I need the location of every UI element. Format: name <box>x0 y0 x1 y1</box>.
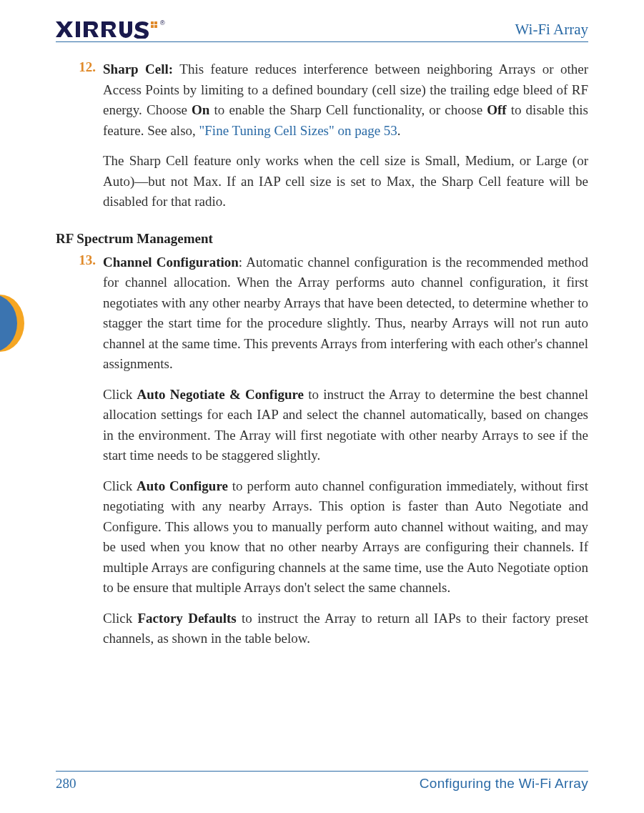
action-auto-negotiate: Auto Negotiate & Configure <box>137 387 304 402</box>
cross-reference-link[interactable]: "Fine Tuning Cell Sizes" on page 53 <box>199 123 397 138</box>
svg-marker-0 <box>56 21 73 37</box>
svg-rect-2 <box>151 21 154 24</box>
page-header: ® Wi-Fi Array <box>56 20 588 42</box>
action-factory-defaults: Factory Defaults <box>138 611 237 626</box>
svg-rect-5 <box>154 25 157 28</box>
item-number: 13. <box>56 252 103 649</box>
xirrus-logo-icon: ® <box>56 20 177 39</box>
text: to perform auto channel configuration im… <box>103 478 588 596</box>
list-item-12: 12. Sharp Cell: This feature reduces int… <box>56 59 588 212</box>
page-number: 280 <box>56 776 76 792</box>
paragraph: The Sharp Cell feature only works when t… <box>103 151 588 212</box>
page-footer: 280 Configuring the Wi-Fi Array <box>56 771 588 792</box>
text: Click <box>103 478 137 493</box>
header-title: Wi-Fi Array <box>515 21 588 39</box>
option-off: Off <box>487 102 506 117</box>
text: . <box>397 123 401 138</box>
item-body: Channel Configuration: Automatic channel… <box>103 252 588 649</box>
svg-rect-4 <box>151 25 154 28</box>
option-on: On <box>192 102 209 117</box>
text: Click <box>103 387 137 402</box>
item-body: Sharp Cell: This feature reduces interfe… <box>103 59 588 212</box>
svg-rect-3 <box>154 21 157 24</box>
text: to enable the Sharp Cell functionality, … <box>209 102 487 117</box>
text: Click <box>103 611 138 626</box>
list-item-13: 13. Channel Configuration: Automatic cha… <box>56 252 588 649</box>
item-title: Channel Configuration <box>103 255 239 270</box>
text: : Automatic channel configuration is the… <box>103 255 588 372</box>
action-auto-configure: Auto Configure <box>137 478 228 493</box>
brand-logo: ® <box>56 20 177 39</box>
item-title: Sharp Cell: <box>103 61 173 77</box>
section-heading: RF Spectrum Management <box>56 231 588 247</box>
page-side-tab <box>0 295 24 352</box>
svg-text:®: ® <box>160 20 165 26</box>
item-number: 12. <box>56 59 103 212</box>
footer-section-title: Configuring the Wi-Fi Array <box>420 776 588 792</box>
svg-rect-1 <box>76 21 80 37</box>
